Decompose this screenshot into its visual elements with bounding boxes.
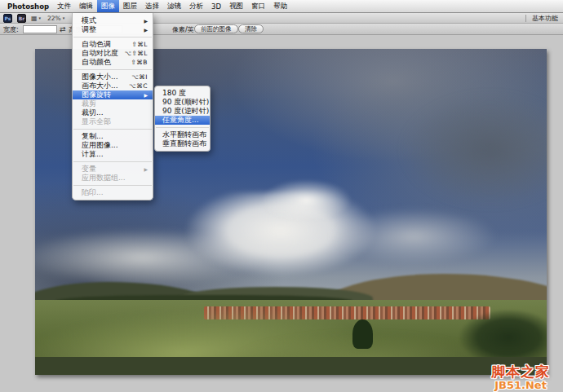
front-image-button[interactable]: 前面的图像	[194, 24, 238, 33]
photo-dark-cloud	[403, 95, 547, 205]
menu-item-adjustments[interactable]: 调整▶	[73, 25, 153, 34]
menu-item-trap: 陷印...	[73, 188, 153, 197]
menubar-item-select[interactable]: 选择	[141, 0, 163, 12]
menu-separator	[73, 129, 152, 130]
shortcut-label: ⌥⌘C	[129, 82, 148, 90]
menu-separator	[73, 161, 152, 162]
menubar-item-view[interactable]: 视图	[225, 0, 247, 12]
menubar-item-3d[interactable]: 3D	[207, 0, 225, 12]
submenu-arrow-icon: ▶	[144, 92, 148, 98]
menubar-item-image[interactable]: 图像	[97, 0, 119, 12]
bridge-launch-icon[interactable]: Br	[17, 14, 26, 23]
menubar-item-photoshop[interactable]: Photoshop	[3, 0, 53, 12]
zoom-level-value: 22%	[47, 15, 61, 22]
menu-separator	[73, 69, 152, 70]
watermark-site: JB51.Net	[491, 380, 550, 390]
arrange-documents-control[interactable]: ▦ ▾	[31, 15, 41, 22]
menubar-item-layer[interactable]: 图层	[119, 0, 141, 12]
arrange-documents-icon: ▦	[31, 15, 38, 22]
divider	[525, 15, 526, 22]
swap-width-height-icon[interactable]: ⇄	[60, 24, 66, 35]
shortcut-label: ⌥⇧⌘L	[124, 50, 148, 57]
shortcut-label: ⇧⌘B	[131, 59, 148, 66]
image-rotation-submenu: 180 度 90 度(顺时针) 90 度(逆时针) 任意角度... 水平翻转画布…	[154, 86, 211, 152]
submenu-item-arbitrary[interactable]: 任意角度...	[155, 116, 210, 125]
crop-width-label: 宽度:	[3, 24, 19, 35]
menubar-item-filter[interactable]: 滤镜	[163, 0, 185, 12]
image-menu-dropdown: 模式▶ 调整▶ 自动色调⇧⌘L 自动对比度⌥⇧⌘L 自动颜色⇧⌘B 图像大小..…	[72, 13, 153, 200]
menu-item-apply-data-set: 应用数据组...	[73, 174, 153, 183]
menu-separator	[73, 37, 152, 37]
submenu-arrow-icon: ▶	[144, 18, 148, 24]
shortcut-label: ⌥⌘I	[131, 73, 148, 81]
chevron-down-icon: ▾	[39, 15, 42, 20]
crop-width-input[interactable]	[23, 25, 57, 33]
photoshop-window: Photoshop 文件 编辑 图像 图层 选择 滤镜 分析 3D 视图 窗口 …	[0, 0, 563, 392]
workspace-label: 基本功能	[532, 14, 558, 23]
menubar-item-window[interactable]: 窗口	[247, 0, 269, 12]
menubar-item-file[interactable]: 文件	[53, 0, 75, 12]
photoshop-app-icon[interactable]: Ps	[3, 14, 12, 23]
workspace-switcher[interactable]: 基本功能	[525, 14, 558, 23]
menu-separator	[156, 127, 209, 128]
photo-tree	[352, 319, 373, 349]
menubar-item-help[interactable]: 帮助	[269, 0, 291, 12]
menu-item-auto-color[interactable]: 自动颜色⇧⌘B	[73, 58, 153, 67]
menubar-item-analysis[interactable]: 分析	[185, 0, 207, 12]
photo-gray-cloud	[332, 209, 496, 264]
watermark-title: 脚本之家	[491, 365, 550, 379]
submenu-item-flip-vertical[interactable]: 垂直翻转画布	[155, 139, 210, 148]
menu-separator	[73, 185, 152, 186]
chevron-down-icon: ▾	[63, 15, 65, 20]
menu-item-calculations[interactable]: 计算...	[73, 150, 153, 159]
watermark: 脚本之家 JB51.Net	[491, 365, 550, 390]
menubar-item-edit[interactable]: 编辑	[75, 0, 97, 12]
shortcut-label: ⇧⌘L	[132, 41, 148, 48]
submenu-arrow-icon: ▶	[144, 166, 148, 172]
clear-button[interactable]: 清除	[238, 24, 264, 33]
submenu-arrow-icon: ▶	[144, 27, 148, 33]
zoom-level-control[interactable]: 22% ▾	[47, 15, 64, 22]
menu-bar: Photoshop 文件 编辑 图像 图层 选择 滤镜 分析 3D 视图 窗口 …	[0, 0, 563, 13]
photo-bottom-grass	[35, 357, 547, 375]
menu-item-reveal-all: 显示全部	[73, 117, 153, 126]
